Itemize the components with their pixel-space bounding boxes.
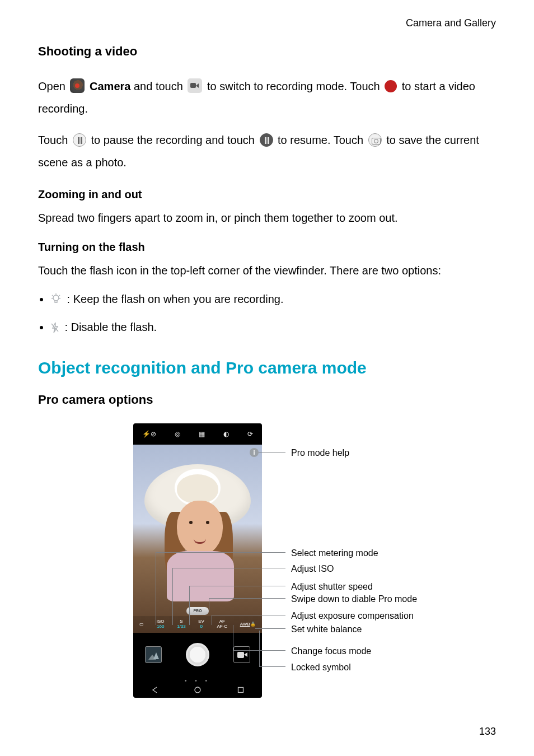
record-icon bbox=[385, 80, 397, 92]
ev-value: EV0 bbox=[198, 619, 204, 629]
gallery-thumb bbox=[145, 646, 162, 663]
pro-pill: PRO bbox=[186, 607, 209, 615]
paragraph-open-camera: Open Camera and touch to switch to recor… bbox=[38, 75, 496, 120]
phone-navbar bbox=[133, 682, 262, 698]
paragraph-flash-intro: Touch the flash icon in the top-left cor… bbox=[38, 262, 496, 279]
subject-eye bbox=[189, 521, 193, 524]
label-ev: Adjust exposure compensation bbox=[291, 609, 414, 623]
heading-shooting-video: Shooting a video bbox=[38, 42, 496, 60]
iso-value: ISO160 bbox=[157, 619, 165, 629]
pro-help-icon: i bbox=[250, 448, 259, 457]
flash-off-icon bbox=[50, 321, 65, 333]
subject-eye bbox=[206, 521, 209, 524]
text: and touch bbox=[134, 80, 186, 92]
heading-object-recognition: Object recognition and Pro camera mode bbox=[38, 355, 496, 380]
mode-dots: • • • bbox=[133, 676, 262, 682]
pro-settings-row: ▭ ISO160 S1/33 EV0 AFAF-C AWB🔒 bbox=[133, 616, 262, 633]
label-iso: Adjust ISO bbox=[291, 562, 334, 576]
heading-pro-options: Pro camera options bbox=[38, 390, 496, 409]
label-wb: Set white balance bbox=[291, 623, 362, 636]
breadcrumb: Camera and Gallery bbox=[38, 16, 496, 31]
text: Open bbox=[38, 80, 68, 92]
moving-picture-icon: ◐ bbox=[223, 429, 229, 439]
pause-icon bbox=[73, 133, 86, 147]
flash-on-icon bbox=[50, 293, 67, 305]
subject-face bbox=[177, 501, 223, 556]
video-mode-button bbox=[233, 646, 250, 663]
svg-rect-2 bbox=[238, 688, 243, 693]
phone-controls bbox=[133, 633, 262, 676]
switch-camera-icon: ⟳ bbox=[247, 429, 253, 439]
flash-on-item: : Keep the flash on when you are recordi… bbox=[50, 288, 496, 310]
viewfinder: i PRO ▭ ISO160 S1/33 EV0 AFAF-C AWB🔒 bbox=[133, 445, 262, 633]
home-icon bbox=[194, 686, 202, 694]
text: : Disable the flash. bbox=[65, 321, 157, 333]
label-metering: Select metering mode bbox=[291, 547, 378, 560]
text: to pause the recording and touch bbox=[91, 134, 258, 146]
af-value: AFAF-C bbox=[217, 619, 227, 629]
camera-app-icon bbox=[70, 78, 85, 93]
wide-aperture-icon: ◎ bbox=[175, 429, 180, 439]
snapshot-icon bbox=[368, 133, 382, 147]
video-mode-icon bbox=[188, 78, 202, 93]
phone-mock: ⚡⊘ ◎ ▦ ◐ ⟳ i PRO ▭ ISO160 S bbox=[133, 423, 262, 698]
flash-off-item: : Disable the flash. bbox=[50, 316, 496, 338]
filter-icon: ▦ bbox=[199, 429, 205, 439]
shutter-value: S1/33 bbox=[177, 619, 186, 629]
paragraph-zoom: Spread two fingers apart to zoom in, or … bbox=[38, 209, 496, 226]
svg-point-1 bbox=[195, 687, 200, 693]
heading-zoom: Zooming in and out bbox=[38, 186, 496, 203]
label-lock: Locked symbol bbox=[291, 661, 351, 674]
paragraph-pause-resume: Touch to pause the recording and touch t… bbox=[38, 129, 496, 174]
text: Touch bbox=[38, 134, 71, 146]
text: : Keep the flash on when you are recordi… bbox=[67, 293, 284, 305]
text: to switch to recording mode. Touch bbox=[207, 80, 383, 92]
camera-label: Camera bbox=[90, 80, 130, 92]
label-focus: Change focus mode bbox=[291, 645, 371, 658]
pro-camera-diagram: ⚡⊘ ◎ ▦ ◐ ⟳ i PRO ▭ ISO160 S bbox=[38, 423, 497, 709]
label-swipe: Swipe down to diable Pro mode bbox=[291, 592, 417, 606]
page-number: 133 bbox=[479, 724, 496, 739]
metering-value: ▭ bbox=[139, 622, 144, 627]
flash-toggle-icon: ⚡⊘ bbox=[142, 429, 156, 439]
phone-top-bar: ⚡⊘ ◎ ▦ ◐ ⟳ bbox=[133, 423, 262, 445]
svg-point-0 bbox=[53, 295, 59, 301]
label-shutter: Adjust shutter speed bbox=[291, 580, 373, 594]
recent-icon bbox=[237, 686, 245, 694]
heading-flash: Turning on the flash bbox=[38, 239, 496, 255]
shutter-button bbox=[186, 643, 209, 666]
flash-options-list: : Keep the flash on when you are recordi… bbox=[38, 288, 496, 338]
awb-value: AWB🔒 bbox=[240, 622, 256, 627]
subject-shirt bbox=[167, 551, 234, 601]
back-icon bbox=[151, 686, 158, 694]
label-pro-help: Pro mode help bbox=[291, 446, 349, 460]
text: to resume. Touch bbox=[278, 134, 367, 146]
resume-icon bbox=[260, 133, 273, 147]
